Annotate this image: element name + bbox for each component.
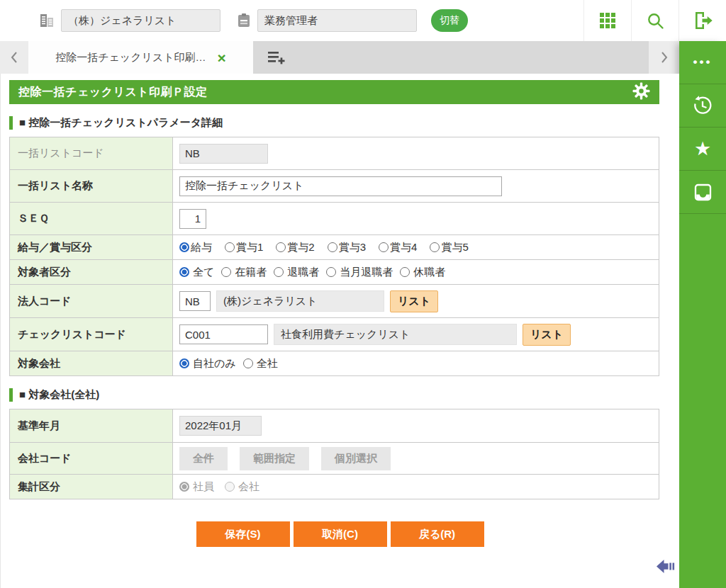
company-building-icon bbox=[38, 12, 55, 29]
tab-title: 控除一括チェックリスト印刷… bbox=[55, 51, 206, 64]
batch-list-name-field[interactable] bbox=[179, 176, 502, 196]
top-header: 切替 bbox=[0, 0, 726, 41]
radio-person-retired-this-month[interactable]: 当月退職者 bbox=[326, 266, 393, 279]
radio-bonus-3[interactable]: 賞与3 bbox=[328, 241, 366, 254]
row-batch-list-code: 一括リストコード bbox=[10, 137, 659, 170]
field-label: 基準年月 bbox=[10, 409, 173, 442]
radio-own-company-only[interactable]: 自社のみ bbox=[179, 357, 236, 371]
memo-tray-icon[interactable] bbox=[679, 171, 726, 214]
radio-bonus-2[interactable]: 賞与2 bbox=[276, 241, 314, 254]
pay-type-radio-group: 給与 賞与1 賞与2 賞与3 賞与4 賞与5 bbox=[173, 235, 659, 259]
checklist-code-field[interactable] bbox=[179, 324, 268, 344]
app-window: 切替 bbox=[0, 0, 726, 588]
role-field[interactable] bbox=[257, 9, 417, 32]
back-button[interactable]: 戻る(R) bbox=[391, 521, 484, 547]
page-title: 控除一括チェックリスト印刷Ｐ設定 bbox=[18, 85, 632, 100]
more-menu-icon[interactable]: ••• bbox=[679, 41, 726, 84]
new-tab-icon[interactable] bbox=[253, 41, 298, 74]
target-person-radio-group: 全て 在籍者 退職者 当月退職者 休職者 bbox=[173, 260, 659, 284]
row-seq: ＳＥＱ bbox=[10, 203, 659, 235]
checklist-name-display: 社食利用費チェックリスト bbox=[274, 324, 517, 345]
field-label: チェックリストコード bbox=[10, 318, 173, 351]
base-month-field bbox=[179, 416, 262, 436]
range-select-button: 範囲指定 bbox=[240, 447, 309, 470]
settings-gear-icon[interactable] bbox=[632, 82, 650, 103]
radio-bonus-5[interactable]: 賞与5 bbox=[430, 241, 468, 254]
individual-select-button: 個別選択 bbox=[321, 447, 391, 470]
switch-button[interactable]: 切替 bbox=[431, 9, 468, 32]
row-company-code: 会社コード 全件 範囲指定 個別選択 bbox=[10, 443, 659, 475]
right-sidebar: ••• ★ bbox=[679, 41, 726, 588]
save-button[interactable]: 保存(S) bbox=[196, 521, 290, 547]
apps-grid-icon[interactable] bbox=[583, 0, 631, 41]
tab-close-icon[interactable]: × bbox=[218, 50, 226, 65]
tab-bar: 控除一括チェックリスト印刷… × bbox=[0, 41, 679, 74]
logout-icon[interactable] bbox=[678, 0, 726, 41]
radio-employee-disabled: 社員 bbox=[179, 480, 214, 494]
aggregate-type-radio-group: 社員 会社 bbox=[173, 475, 659, 499]
field-label: 法人コード bbox=[10, 285, 173, 317]
header-actions bbox=[583, 0, 726, 41]
radio-person-active[interactable]: 在籍者 bbox=[221, 266, 267, 279]
field-label: 会社コード bbox=[10, 443, 173, 474]
header-context-fields: 切替 bbox=[38, 0, 468, 41]
footer-actions: 保存(S) 取消(C) 戻る(R) bbox=[1, 521, 679, 547]
radio-all-companies[interactable]: 全社 bbox=[243, 357, 278, 371]
section-header-parameters: ■ 控除一括チェックリストパラメータ詳細 bbox=[9, 116, 659, 130]
favorites-star-icon[interactable]: ★ bbox=[679, 128, 726, 171]
radio-pay-salary[interactable]: 給与 bbox=[179, 241, 212, 254]
search-icon[interactable] bbox=[631, 0, 678, 41]
row-batch-list-name: 一括リスト名称 bbox=[10, 170, 659, 203]
field-label: 一括リストコード bbox=[10, 137, 173, 169]
row-target-company: 対象会社 自社のみ 全社 bbox=[10, 351, 659, 376]
section-header-target-company: ■ 対象会社(全社) bbox=[9, 388, 659, 402]
section-marker-bar bbox=[9, 116, 13, 130]
radio-person-retired[interactable]: 退職者 bbox=[274, 266, 319, 279]
row-base-month: 基準年月 bbox=[10, 409, 659, 443]
parameter-table: 一括リストコード 一括リスト名称 ＳＥＱ 給与／賞与区分 bbox=[9, 137, 659, 376]
checklist-list-button[interactable]: リスト bbox=[523, 324, 571, 346]
target-company-table: 基準年月 会社コード 全件 範囲指定 個別選択 集計区分 社員 会社 bbox=[9, 409, 659, 499]
radio-company-disabled: 会社 bbox=[225, 480, 259, 494]
radio-bonus-4[interactable]: 賞与4 bbox=[379, 241, 417, 254]
field-label: 集計区分 bbox=[10, 475, 173, 499]
field-label: 対象者区分 bbox=[10, 260, 173, 284]
section-marker-bar bbox=[9, 388, 13, 402]
all-records-button: 全件 bbox=[179, 447, 228, 470]
target-company-radio-group: 自社のみ 全社 bbox=[173, 351, 659, 375]
corp-list-button[interactable]: リスト bbox=[390, 290, 438, 312]
main-content: 控除一括チェックリスト印刷Ｐ設定 bbox=[0, 74, 679, 588]
corp-code-field[interactable] bbox=[179, 291, 211, 311]
batch-list-code-field bbox=[179, 144, 268, 164]
row-target-person: 対象者区分 全て 在籍者 退職者 当月退職者 休職者 bbox=[10, 260, 659, 285]
company-field[interactable] bbox=[61, 9, 220, 32]
corp-name-display: (株)ジェネラリスト bbox=[216, 290, 384, 312]
field-label: ＳＥＱ bbox=[10, 203, 173, 234]
sidebar-collapse-arrow-icon[interactable] bbox=[656, 558, 677, 578]
row-checklist-code: チェックリストコード 社食利用費チェックリスト リスト bbox=[10, 318, 659, 351]
page-title-bar: 控除一括チェックリスト印刷Ｐ設定 bbox=[9, 80, 659, 104]
field-label: 給与／賞与区分 bbox=[10, 235, 173, 259]
cancel-button[interactable]: 取消(C) bbox=[294, 521, 387, 547]
tab-active[interactable]: 控除一括チェックリスト印刷… × bbox=[28, 41, 253, 74]
row-pay-type: 給与／賞与区分 給与 賞与1 賞与2 賞与3 賞与4 賞与5 bbox=[10, 235, 659, 260]
seq-field[interactable] bbox=[179, 209, 206, 229]
tab-scroll-left-icon[interactable] bbox=[0, 41, 28, 74]
history-icon[interactable] bbox=[679, 84, 726, 128]
field-label: 対象会社 bbox=[10, 351, 173, 375]
tab-scroll-right-icon[interactable] bbox=[649, 41, 679, 74]
field-label: 一括リスト名称 bbox=[10, 170, 173, 202]
radio-bonus-1[interactable]: 賞与1 bbox=[225, 241, 263, 254]
row-corp-code: 法人コード (株)ジェネラリスト リスト bbox=[10, 285, 659, 318]
row-aggregate-type: 集計区分 社員 会社 bbox=[10, 475, 659, 499]
radio-person-on-leave[interactable]: 休職者 bbox=[400, 266, 445, 279]
radio-person-all[interactable]: 全て bbox=[179, 266, 214, 279]
role-clipboard-icon bbox=[236, 12, 252, 29]
